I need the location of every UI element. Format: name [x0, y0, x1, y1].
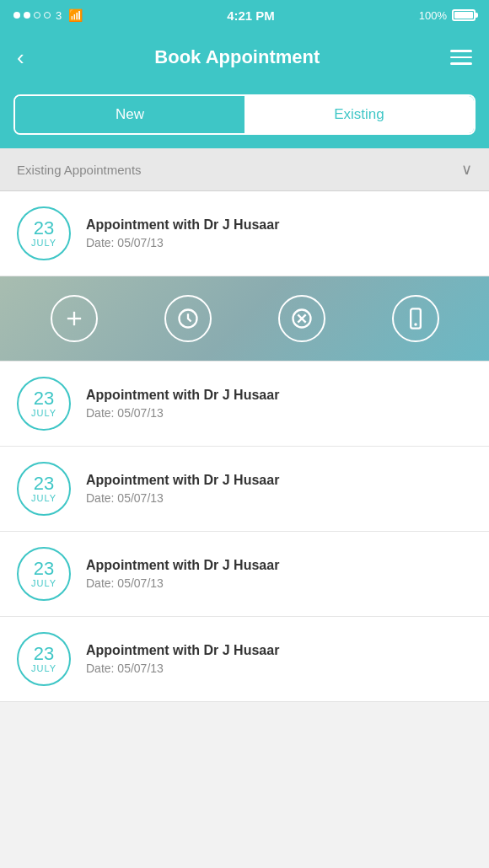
- date-month: JULY: [31, 578, 56, 588]
- back-button[interactable]: ‹: [17, 46, 24, 68]
- appointment-item[interactable]: 23JULYAppointment with Dr J HusaarDate: …: [0, 447, 489, 532]
- date-month: JULY: [31, 238, 56, 248]
- appointment-item[interactable]: 23JULY: [0, 276, 489, 362]
- signal-dot-3: [34, 12, 40, 19]
- appointment-title: Appointment with Dr J Husaar: [86, 558, 472, 573]
- filter-bar[interactable]: Existing Appointments ∨: [0, 148, 489, 191]
- appointment-info: Appointment with Dr J HusaarDate: 05/07/…: [86, 388, 472, 420]
- swipe-action-overlay: [0, 276, 489, 361]
- date-number: 23: [34, 645, 54, 663]
- date-number: 23: [34, 560, 54, 578]
- date-badge: 23JULY: [17, 377, 71, 431]
- header: ‹ Book Appointment: [0, 30, 489, 84]
- appointment-date: Date: 05/07/13: [86, 576, 472, 590]
- tab-bar: New Existing: [0, 84, 489, 148]
- filter-label: Existing Appointments: [17, 163, 142, 177]
- appointment-info: Appointment with Dr J HusaarDate: 05/07/…: [86, 473, 472, 505]
- tab-new[interactable]: New: [15, 96, 244, 133]
- status-right: 100%: [419, 9, 476, 22]
- appointment-info: Appointment with Dr J HusaarDate: 05/07/…: [86, 558, 472, 590]
- battery-fill: [454, 12, 473, 19]
- date-number: 23: [34, 474, 54, 493]
- phone-icon[interactable]: [392, 295, 439, 342]
- appointment-item[interactable]: 23JULYAppointment with Dr J HusaarDate: …: [0, 532, 489, 617]
- status-bar: 3 📶 4:21 PM 100%: [0, 0, 489, 30]
- appointment-list: 23JULYAppointment with Dr J HusaarDate: …: [0, 191, 489, 702]
- tab-container: New Existing: [13, 94, 476, 135]
- date-badge: 23JULY: [17, 632, 71, 686]
- date-badge: 23JULY: [17, 547, 71, 601]
- appointment-title: Appointment with Dr J Husaar: [86, 388, 472, 403]
- battery-label: 100%: [419, 9, 447, 22]
- menu-line-2: [450, 56, 472, 59]
- appointment-title: Appointment with Dr J Husaar: [86, 643, 472, 658]
- battery-icon: [452, 9, 476, 21]
- menu-line-1: [450, 50, 472, 52]
- appointment-info: Appointment with Dr J HusaarDate: 05/07/…: [86, 643, 472, 675]
- date-badge: 23JULY: [17, 206, 71, 260]
- status-left: 3 📶: [13, 8, 83, 22]
- network-indicator: 3: [56, 9, 62, 22]
- appointment-item[interactable]: 23JULYAppointment with Dr J HusaarDate: …: [0, 617, 489, 702]
- date-number: 23: [34, 219, 54, 238]
- appointment-item[interactable]: 23JULYAppointment with Dr J HusaarDate: …: [0, 362, 489, 447]
- add-icon[interactable]: [51, 295, 98, 342]
- appointment-date: Date: 05/07/13: [86, 236, 472, 249]
- date-month: JULY: [31, 493, 56, 503]
- date-month: JULY: [31, 663, 56, 673]
- appointment-info: Appointment with Dr J HusaarDate: 05/07/…: [86, 217, 472, 249]
- appointment-date: Date: 05/07/13: [86, 491, 472, 505]
- appointment-date: Date: 05/07/13: [86, 662, 472, 675]
- date-badge: 23JULY: [17, 462, 71, 516]
- appointment-title: Appointment with Dr J Husaar: [86, 217, 472, 233]
- clock-icon[interactable]: [164, 295, 212, 342]
- chevron-down-icon: ∨: [461, 160, 472, 179]
- menu-button[interactable]: [450, 50, 472, 65]
- wifi-icon: 📶: [68, 8, 83, 22]
- signal-dot-2: [24, 12, 30, 19]
- signal-dot-1: [13, 12, 20, 19]
- appointment-date: Date: 05/07/13: [86, 406, 472, 420]
- page-title: Book Appointment: [154, 46, 320, 68]
- appointment-item[interactable]: 23JULYAppointment with Dr J HusaarDate: …: [0, 191, 489, 276]
- status-time: 4:21 PM: [227, 8, 275, 23]
- signal-dot-4: [44, 12, 51, 19]
- date-number: 23: [34, 389, 54, 408]
- menu-line-3: [450, 62, 472, 65]
- date-month: JULY: [31, 408, 56, 418]
- cancel-icon[interactable]: [278, 295, 325, 342]
- tab-existing[interactable]: Existing: [244, 96, 474, 133]
- appointment-title: Appointment with Dr J Husaar: [86, 473, 472, 488]
